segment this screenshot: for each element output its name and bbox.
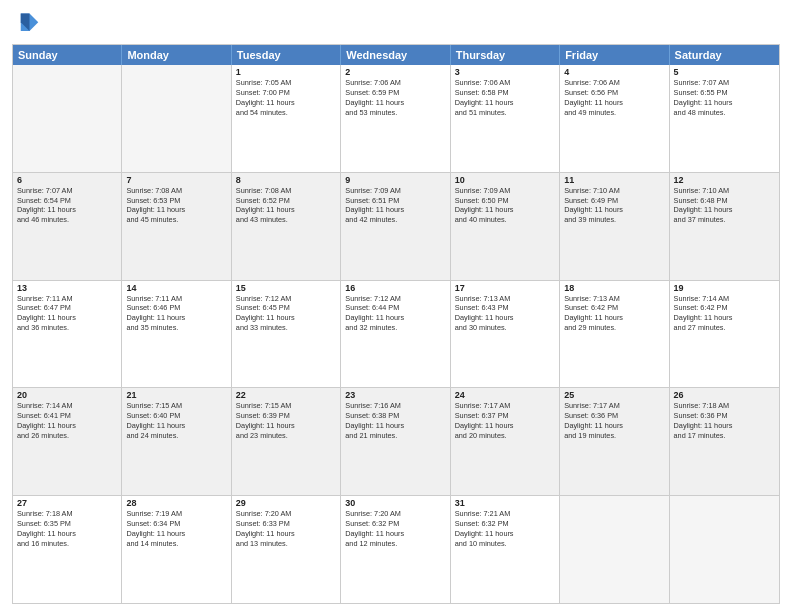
day-info: Sunrise: 7:18 AM Sunset: 6:36 PM Dayligh…: [674, 401, 775, 440]
calendar-cell: 3Sunrise: 7:06 AM Sunset: 6:58 PM Daylig…: [451, 65, 560, 172]
calendar-cell: 26Sunrise: 7:18 AM Sunset: 6:36 PM Dayli…: [670, 388, 779, 495]
logo: [12, 10, 44, 38]
day-number: 10: [455, 175, 555, 185]
calendar-cell: 2Sunrise: 7:06 AM Sunset: 6:59 PM Daylig…: [341, 65, 450, 172]
day-number: 4: [564, 67, 664, 77]
calendar-row: 20Sunrise: 7:14 AM Sunset: 6:41 PM Dayli…: [13, 387, 779, 495]
weekday-header: Wednesday: [341, 45, 450, 65]
calendar-row: 13Sunrise: 7:11 AM Sunset: 6:47 PM Dayli…: [13, 280, 779, 388]
day-info: Sunrise: 7:15 AM Sunset: 6:39 PM Dayligh…: [236, 401, 336, 440]
calendar-cell: 27Sunrise: 7:18 AM Sunset: 6:35 PM Dayli…: [13, 496, 122, 603]
calendar-cell: 29Sunrise: 7:20 AM Sunset: 6:33 PM Dayli…: [232, 496, 341, 603]
day-number: 31: [455, 498, 555, 508]
day-info: Sunrise: 7:13 AM Sunset: 6:42 PM Dayligh…: [564, 294, 664, 333]
day-number: 16: [345, 283, 445, 293]
day-number: 5: [674, 67, 775, 77]
day-number: 8: [236, 175, 336, 185]
calendar-cell: 10Sunrise: 7:09 AM Sunset: 6:50 PM Dayli…: [451, 173, 560, 280]
calendar-cell: 21Sunrise: 7:15 AM Sunset: 6:40 PM Dayli…: [122, 388, 231, 495]
calendar-cell: 18Sunrise: 7:13 AM Sunset: 6:42 PM Dayli…: [560, 281, 669, 388]
calendar-cell: 30Sunrise: 7:20 AM Sunset: 6:32 PM Dayli…: [341, 496, 450, 603]
calendar-cell: [13, 65, 122, 172]
weekday-header: Tuesday: [232, 45, 341, 65]
day-info: Sunrise: 7:14 AM Sunset: 6:41 PM Dayligh…: [17, 401, 117, 440]
calendar-cell: 11Sunrise: 7:10 AM Sunset: 6:49 PM Dayli…: [560, 173, 669, 280]
weekday-header: Sunday: [13, 45, 122, 65]
day-info: Sunrise: 7:13 AM Sunset: 6:43 PM Dayligh…: [455, 294, 555, 333]
day-number: 6: [17, 175, 117, 185]
calendar-cell: 16Sunrise: 7:12 AM Sunset: 6:44 PM Dayli…: [341, 281, 450, 388]
calendar-cell: [122, 65, 231, 172]
calendar-cell: 8Sunrise: 7:08 AM Sunset: 6:52 PM Daylig…: [232, 173, 341, 280]
day-info: Sunrise: 7:21 AM Sunset: 6:32 PM Dayligh…: [455, 509, 555, 548]
day-number: 14: [126, 283, 226, 293]
day-number: 9: [345, 175, 445, 185]
calendar-cell: 5Sunrise: 7:07 AM Sunset: 6:55 PM Daylig…: [670, 65, 779, 172]
calendar-body: 1Sunrise: 7:05 AM Sunset: 7:00 PM Daylig…: [13, 65, 779, 603]
day-number: 20: [17, 390, 117, 400]
day-info: Sunrise: 7:12 AM Sunset: 6:45 PM Dayligh…: [236, 294, 336, 333]
calendar-cell: 6Sunrise: 7:07 AM Sunset: 6:54 PM Daylig…: [13, 173, 122, 280]
day-number: 30: [345, 498, 445, 508]
day-info: Sunrise: 7:06 AM Sunset: 6:59 PM Dayligh…: [345, 78, 445, 117]
calendar-row: 1Sunrise: 7:05 AM Sunset: 7:00 PM Daylig…: [13, 65, 779, 172]
calendar-cell: 7Sunrise: 7:08 AM Sunset: 6:53 PM Daylig…: [122, 173, 231, 280]
calendar-cell: 24Sunrise: 7:17 AM Sunset: 6:37 PM Dayli…: [451, 388, 560, 495]
day-number: 25: [564, 390, 664, 400]
calendar-cell: [670, 496, 779, 603]
day-info: Sunrise: 7:17 AM Sunset: 6:36 PM Dayligh…: [564, 401, 664, 440]
day-number: 27: [17, 498, 117, 508]
calendar-row: 27Sunrise: 7:18 AM Sunset: 6:35 PM Dayli…: [13, 495, 779, 603]
day-number: 26: [674, 390, 775, 400]
weekday-header: Thursday: [451, 45, 560, 65]
weekday-header: Monday: [122, 45, 231, 65]
day-info: Sunrise: 7:05 AM Sunset: 7:00 PM Dayligh…: [236, 78, 336, 117]
calendar: SundayMondayTuesdayWednesdayThursdayFrid…: [12, 44, 780, 604]
calendar-cell: 13Sunrise: 7:11 AM Sunset: 6:47 PM Dayli…: [13, 281, 122, 388]
day-info: Sunrise: 7:20 AM Sunset: 6:32 PM Dayligh…: [345, 509, 445, 548]
calendar-cell: 9Sunrise: 7:09 AM Sunset: 6:51 PM Daylig…: [341, 173, 450, 280]
day-number: 17: [455, 283, 555, 293]
day-info: Sunrise: 7:07 AM Sunset: 6:54 PM Dayligh…: [17, 186, 117, 225]
day-number: 13: [17, 283, 117, 293]
weekday-header: Friday: [560, 45, 669, 65]
day-number: 23: [345, 390, 445, 400]
day-info: Sunrise: 7:06 AM Sunset: 6:56 PM Dayligh…: [564, 78, 664, 117]
day-number: 15: [236, 283, 336, 293]
calendar-cell: 12Sunrise: 7:10 AM Sunset: 6:48 PM Dayli…: [670, 173, 779, 280]
day-number: 12: [674, 175, 775, 185]
day-number: 19: [674, 283, 775, 293]
day-info: Sunrise: 7:12 AM Sunset: 6:44 PM Dayligh…: [345, 294, 445, 333]
day-number: 11: [564, 175, 664, 185]
day-info: Sunrise: 7:18 AM Sunset: 6:35 PM Dayligh…: [17, 509, 117, 548]
day-number: 28: [126, 498, 226, 508]
day-info: Sunrise: 7:20 AM Sunset: 6:33 PM Dayligh…: [236, 509, 336, 548]
day-info: Sunrise: 7:14 AM Sunset: 6:42 PM Dayligh…: [674, 294, 775, 333]
day-info: Sunrise: 7:11 AM Sunset: 6:46 PM Dayligh…: [126, 294, 226, 333]
weekday-header: Saturday: [670, 45, 779, 65]
calendar-row: 6Sunrise: 7:07 AM Sunset: 6:54 PM Daylig…: [13, 172, 779, 280]
calendar-cell: 17Sunrise: 7:13 AM Sunset: 6:43 PM Dayli…: [451, 281, 560, 388]
day-number: 3: [455, 67, 555, 77]
day-info: Sunrise: 7:16 AM Sunset: 6:38 PM Dayligh…: [345, 401, 445, 440]
calendar-cell: [560, 496, 669, 603]
day-info: Sunrise: 7:07 AM Sunset: 6:55 PM Dayligh…: [674, 78, 775, 117]
day-info: Sunrise: 7:08 AM Sunset: 6:52 PM Dayligh…: [236, 186, 336, 225]
day-number: 7: [126, 175, 226, 185]
calendar-cell: 23Sunrise: 7:16 AM Sunset: 6:38 PM Dayli…: [341, 388, 450, 495]
calendar-cell: 4Sunrise: 7:06 AM Sunset: 6:56 PM Daylig…: [560, 65, 669, 172]
day-number: 21: [126, 390, 226, 400]
day-info: Sunrise: 7:09 AM Sunset: 6:51 PM Dayligh…: [345, 186, 445, 225]
day-number: 18: [564, 283, 664, 293]
calendar-cell: 31Sunrise: 7:21 AM Sunset: 6:32 PM Dayli…: [451, 496, 560, 603]
page: SundayMondayTuesdayWednesdayThursdayFrid…: [0, 0, 792, 612]
calendar-cell: 25Sunrise: 7:17 AM Sunset: 6:36 PM Dayli…: [560, 388, 669, 495]
day-number: 24: [455, 390, 555, 400]
calendar-header: SundayMondayTuesdayWednesdayThursdayFrid…: [13, 45, 779, 65]
day-info: Sunrise: 7:08 AM Sunset: 6:53 PM Dayligh…: [126, 186, 226, 225]
logo-icon: [12, 10, 40, 38]
day-number: 1: [236, 67, 336, 77]
day-number: 22: [236, 390, 336, 400]
day-info: Sunrise: 7:17 AM Sunset: 6:37 PM Dayligh…: [455, 401, 555, 440]
day-info: Sunrise: 7:09 AM Sunset: 6:50 PM Dayligh…: [455, 186, 555, 225]
